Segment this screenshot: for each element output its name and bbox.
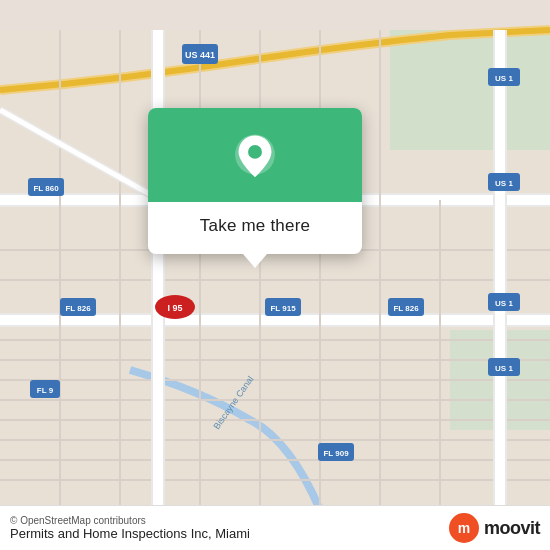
svg-text:FL 826: FL 826 <box>393 304 419 313</box>
take-me-there-button[interactable]: Take me there <box>192 212 318 240</box>
location-pin-icon <box>229 132 281 184</box>
map-background: US 441 US 441 FL 860 FL 860 I 95 FL 826 … <box>0 0 550 550</box>
bottom-bar: © OpenStreetMap contributors Permits and… <box>0 505 550 550</box>
svg-text:FL 860: FL 860 <box>33 184 59 193</box>
svg-text:US 1: US 1 <box>495 364 513 373</box>
svg-text:US 441: US 441 <box>185 50 215 60</box>
moovit-logo: m moovit <box>448 512 540 544</box>
osm-credit: © OpenStreetMap contributors <box>10 515 250 526</box>
svg-rect-1 <box>390 30 550 150</box>
map-container: US 441 US 441 FL 860 FL 860 I 95 FL 826 … <box>0 0 550 550</box>
popup-arrow <box>243 254 267 268</box>
svg-text:I 95: I 95 <box>167 303 182 313</box>
svg-text:FL 915: FL 915 <box>270 304 296 313</box>
moovit-icon: m <box>448 512 480 544</box>
svg-text:FL 826: FL 826 <box>65 304 91 313</box>
svg-point-59 <box>248 145 262 159</box>
moovit-text: moovit <box>484 518 540 539</box>
place-name: Permits and Home Inspections Inc, Miami <box>10 526 250 541</box>
svg-text:FL 9: FL 9 <box>37 386 54 395</box>
svg-text:m: m <box>458 520 470 536</box>
popup-button-area: Take me there <box>148 202 362 254</box>
location-popup: Take me there <box>148 108 362 254</box>
svg-text:US 1: US 1 <box>495 74 513 83</box>
svg-text:US 1: US 1 <box>495 179 513 188</box>
svg-text:FL 909: FL 909 <box>323 449 349 458</box>
popup-green-area <box>148 108 362 202</box>
bottom-info: © OpenStreetMap contributors Permits and… <box>10 515 250 541</box>
svg-text:US 1: US 1 <box>495 299 513 308</box>
